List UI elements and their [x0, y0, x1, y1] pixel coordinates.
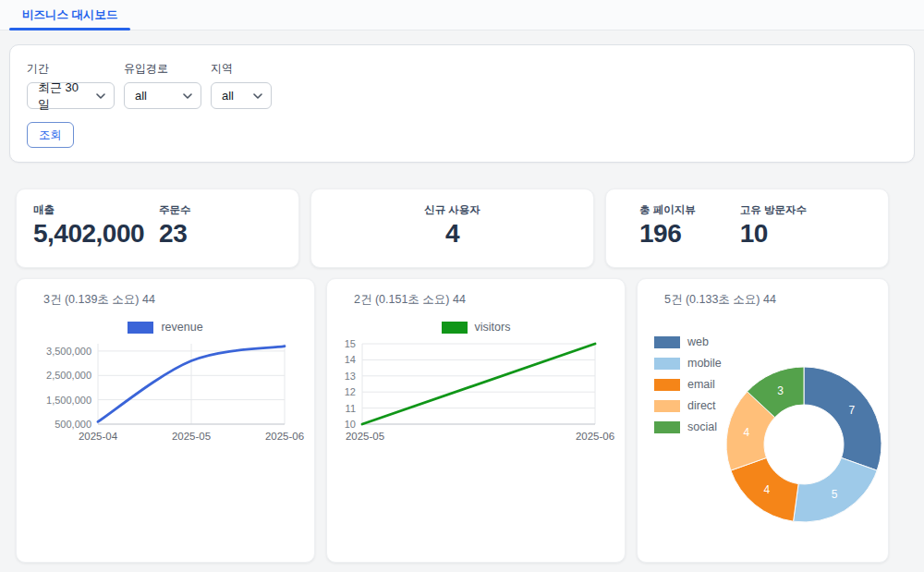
visitors-chart-title: 2건 (0.151초 소요) 44	[354, 292, 610, 308]
filter-panel: 기간 최근 30일 유입경로 all 지역	[9, 44, 915, 163]
svg-text:2025-04: 2025-04	[79, 431, 118, 442]
kpi-new-users-label: 신규 사용자	[424, 203, 480, 217]
svg-text:14: 14	[345, 354, 356, 365]
kpi-new-users: 신규 사용자 4	[424, 203, 480, 249]
legend-swatch	[654, 400, 680, 412]
kpi-orders: 주문수 23	[159, 203, 191, 249]
svg-text:15: 15	[345, 338, 356, 349]
chart-grid: 3건 (0.139초 소요) 44 revenue 500,0001,500,0…	[16, 278, 889, 563]
channel-select-value: all	[135, 89, 147, 103]
legend-item-email: email	[654, 378, 722, 391]
kpi-unique-visitors: 고유 방문자수 10	[740, 203, 807, 249]
visitors-line-chart: 1011121314152025-052025-06	[342, 339, 610, 446]
svg-text:10: 10	[345, 419, 356, 430]
kpi-revenue: 매출 5,402,000	[33, 203, 144, 249]
region-select-value: all	[222, 89, 234, 103]
legend-swatch	[442, 322, 468, 334]
legend-label: visitors	[475, 321, 511, 334]
svg-text:2025-06: 2025-06	[265, 431, 304, 442]
field-period: 기간 최근 30일	[27, 61, 115, 109]
tab-label: 비즈니스 대시보드	[22, 7, 117, 23]
kpi-new-users-value: 4	[424, 219, 480, 249]
svg-text:2025-05: 2025-05	[172, 431, 211, 442]
channels-chart-body: webmobileemaildirectsocial 75443	[652, 308, 873, 541]
tab-business-dashboard[interactable]: 비즈니스 대시보드	[9, 0, 130, 30]
svg-text:1,500,000: 1,500,000	[46, 395, 91, 406]
svg-text:11: 11	[346, 403, 356, 414]
filter-fields: 기간 최근 30일 유입경로 all 지역	[27, 61, 897, 109]
svg-text:5: 5	[832, 488, 838, 501]
chevron-down-icon	[96, 93, 105, 99]
legend-label: web	[687, 335, 709, 348]
legend-item-web: web	[654, 335, 722, 348]
legend-item-social: social	[654, 420, 722, 433]
svg-text:2,500,000: 2,500,000	[46, 370, 91, 381]
visitors-chart-card: 2건 (0.151초 소요) 44 visitors 1011121314152…	[326, 278, 626, 563]
legend-item-direct: direct	[654, 399, 722, 412]
dashboard-main: 기간 최근 30일 유입경로 all 지역	[0, 44, 924, 563]
kpi-card-sales-orders: 매출 5,402,000 주문수 23	[16, 189, 299, 268]
svg-text:13: 13	[345, 371, 356, 382]
kpi-pageviews-label: 총 페이지뷰	[639, 203, 696, 217]
channels-chart-legend: webmobileemaildirectsocial	[654, 335, 722, 433]
revenue-chart-card: 3건 (0.139초 소요) 44 revenue 500,0001,500,0…	[16, 278, 315, 563]
svg-text:12: 12	[345, 386, 356, 397]
kpi-card-pageviews-visitors: 총 페이지뷰 196 고유 방문자수 10	[605, 189, 889, 268]
legend-label: mobile	[687, 357, 722, 370]
search-button[interactable]: 조회	[27, 122, 74, 148]
channels-chart-card: 5건 (0.133초 소요) 44 webmobileemaildirectso…	[637, 278, 889, 563]
svg-text:4: 4	[764, 483, 771, 496]
kpi-grid: 매출 5,402,000 주문수 23 신규 사용자 4 총 페이지뷰 196 …	[16, 189, 889, 268]
legend-item-mobile: mobile	[654, 357, 722, 370]
legend-item-revenue: revenue	[128, 321, 202, 334]
legend-swatch	[654, 336, 680, 348]
visitors-chart-legend: visitors	[342, 321, 610, 334]
chevron-down-icon	[253, 93, 262, 99]
kpi-unique-visitors-value: 10	[740, 219, 807, 249]
legend-swatch	[654, 421, 680, 433]
legend-item-visitors: visitors	[442, 321, 511, 334]
kpi-pageviews: 총 페이지뷰 196	[639, 203, 696, 249]
svg-text:500,000: 500,000	[55, 419, 91, 430]
legend-swatch	[654, 379, 680, 391]
region-select[interactable]: all	[211, 82, 272, 109]
legend-label: revenue	[161, 321, 202, 334]
legend-swatch	[654, 358, 680, 370]
period-label: 기간	[27, 61, 115, 77]
svg-text:3,500,000: 3,500,000	[46, 346, 91, 357]
svg-text:7: 7	[849, 404, 856, 417]
svg-text:4: 4	[743, 426, 749, 439]
field-channel: 유입경로 all	[124, 61, 201, 109]
legend-label: social	[687, 420, 717, 433]
kpi-card-new-users: 신규 사용자 4	[310, 189, 594, 268]
tab-bar: 비즈니스 대시보드	[0, 0, 924, 30]
svg-text:3: 3	[777, 384, 784, 397]
channels-donut-chart: 75443	[723, 363, 885, 526]
svg-text:2025-06: 2025-06	[576, 431, 614, 442]
legend-label: email	[687, 378, 715, 391]
legend-swatch	[128, 322, 153, 334]
field-region: 지역 all	[211, 61, 272, 109]
region-label: 지역	[211, 61, 272, 77]
legend-label: direct	[687, 399, 716, 412]
revenue-chart-legend: revenue	[31, 321, 299, 334]
chevron-down-icon	[183, 93, 192, 99]
channel-select[interactable]: all	[124, 82, 201, 109]
revenue-chart-title: 3건 (0.139초 소요) 44	[43, 292, 299, 308]
channels-chart-title: 5건 (0.133초 소요) 44	[664, 292, 873, 308]
kpi-pageviews-value: 196	[639, 219, 696, 249]
kpi-revenue-value: 5,402,000	[33, 219, 144, 249]
kpi-revenue-label: 매출	[33, 203, 144, 217]
kpi-orders-value: 23	[159, 219, 191, 249]
svg-text:2025-05: 2025-05	[346, 431, 384, 442]
period-select-value: 최근 30일	[38, 79, 85, 113]
kpi-orders-label: 주문수	[159, 203, 191, 217]
period-select[interactable]: 최근 30일	[27, 82, 115, 109]
channel-label: 유입경로	[124, 61, 201, 77]
kpi-unique-visitors-label: 고유 방문자수	[740, 203, 807, 217]
revenue-line-chart: 500,0001,500,0002,500,0003,500,0002025-0…	[31, 339, 299, 446]
